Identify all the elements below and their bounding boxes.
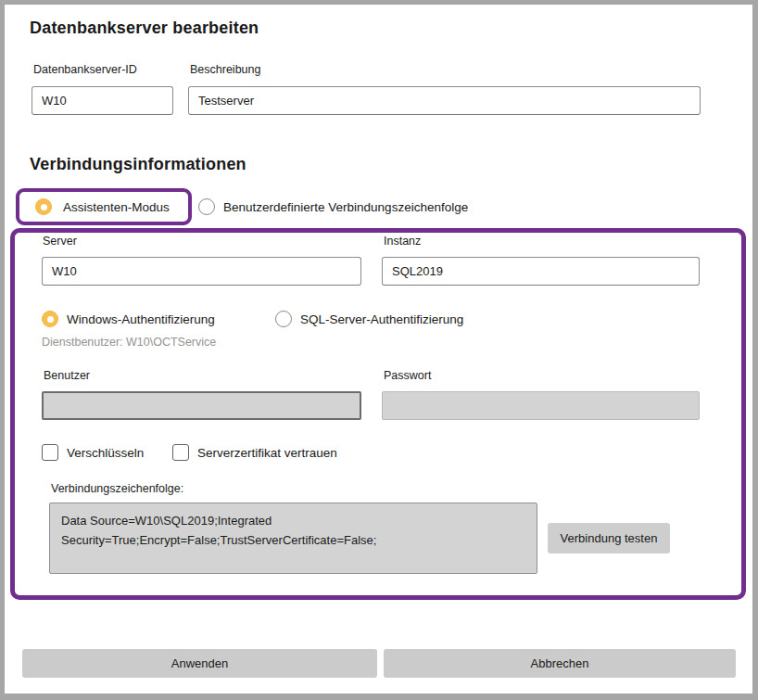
wizard-mode-radio-highlight[interactable]: Assistenten-Modus [16,188,192,225]
password-input-disabled [382,391,700,420]
connection-string-box: Data Source=W10\SQL2019;Integrated Secur… [49,503,537,574]
windows-auth-radio[interactable] [42,311,58,327]
cancel-button[interactable]: Abbrechen [384,649,736,678]
windows-auth-radio-label: Windows-Authentifizierung [67,312,215,326]
apply-button[interactable]: Anwenden [22,649,377,678]
sql-auth-radio[interactable] [275,311,292,327]
service-user-note: Dienstbenutzer: W10\OCTService [42,336,216,349]
encrypt-checkbox-option[interactable]: Verschlüsseln [42,444,144,461]
encrypt-checkbox[interactable] [42,444,58,461]
wizard-mode-radio-label: Assistenten-Modus [63,200,170,214]
edit-database-server-dialog: Datenbankserver bearbeiten Datenbankserv… [0,0,758,700]
sql-auth-radio-option[interactable]: SQL-Server-Authentifizierung [275,311,463,327]
custom-mode-radio-label: Benutzerdefinierte Verbindungszeichenfol… [223,200,468,214]
instance-label: Instanz [384,235,421,248]
description-label: Beschreibung [190,63,260,76]
server-label: Server [43,235,77,248]
trust-cert-checkbox-label: Serverzertifikat vertrauen [197,446,337,460]
password-label: Passwort [384,369,431,382]
trust-cert-checkbox-option[interactable]: Serverzertifikat vertrauen [172,444,337,461]
user-input-disabled [42,391,361,420]
server-id-input[interactable] [32,86,173,115]
connection-section-heading: Verbindungsinformationen [30,155,246,174]
trust-cert-checkbox[interactable] [172,444,189,461]
encrypt-checkbox-label: Verschlüsseln [67,446,144,460]
wizard-mode-radio[interactable] [35,198,52,215]
instance-input[interactable] [382,257,700,286]
test-connection-button[interactable]: Verbindung testen [548,523,670,554]
windows-auth-radio-option[interactable]: Windows-Authentifizierung [42,311,215,327]
custom-mode-radio[interactable] [198,198,215,215]
sql-auth-radio-label: SQL-Server-Authentifizierung [300,312,463,326]
dialog-title: Datenbankserver bearbeiten [30,19,259,38]
server-id-label: Datenbankserver-ID [33,63,137,76]
description-input[interactable] [188,86,701,115]
server-input[interactable] [42,257,361,286]
user-label: Benutzer [44,369,90,382]
connection-string-label: Verbindungszeichenfolge: [51,482,183,495]
custom-mode-radio-option[interactable]: Benutzerdefinierte Verbindungszeichenfol… [198,198,468,215]
